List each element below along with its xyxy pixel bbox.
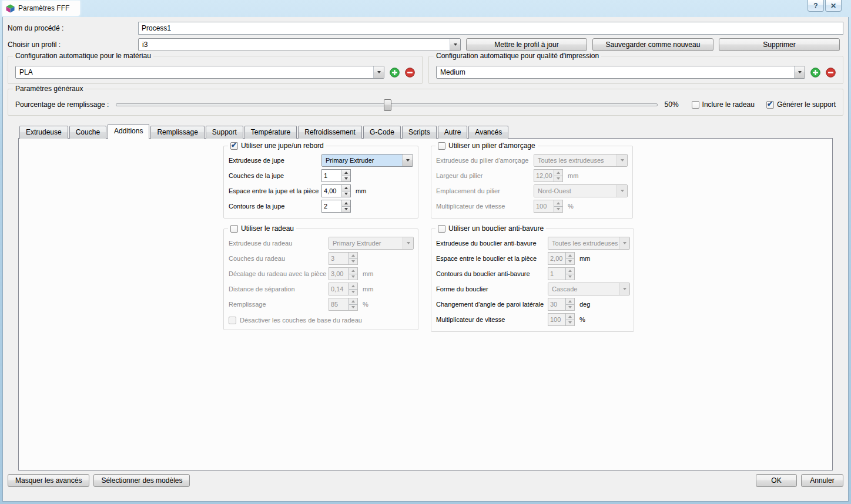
spinner-down-icon[interactable] [566,320,574,326]
spinner-down-icon[interactable] [349,290,357,295]
espace-entre-la-jupe-et-la-piece-spinner[interactable]: 4,00 [321,184,351,197]
save-as-new-button[interactable]: Sauvegarder comme nouveau [592,38,713,51]
spinner-up-icon[interactable] [566,253,574,259]
cancel-button[interactable]: Annuler [801,474,843,487]
spinner-up-icon[interactable] [342,170,350,176]
help-button[interactable]: ? [808,0,824,12]
spinner-down-icon[interactable] [342,176,350,182]
spinner-down-icon[interactable] [554,207,562,213]
tab-couche[interactable]: Couche [69,126,106,139]
prime-pillar-enable[interactable]: Utiliser un pilier d'amorçage [435,141,538,150]
spinner-buttons [554,200,562,212]
contours-du-bouclier-anti-bavure-spinner[interactable]: 1 [548,267,575,280]
extrudeuse-du-bouclier-anti-bavure-select[interactable]: Toutes les extrudeuses [548,237,630,250]
ok-button[interactable]: OK [756,474,797,487]
multiplicateur-de-vitesse-spinner[interactable]: 100 [548,313,575,326]
tab-temperature[interactable]: Température [244,126,297,139]
spinner-down-icon[interactable] [349,274,357,280]
tab-remplissage[interactable]: Remplissage [150,126,204,139]
spinner-up-icon[interactable] [566,314,574,320]
delete-profile-button[interactable]: Supprimer [719,38,840,51]
extrudeuse-du-radeau-select[interactable]: Primary Extruder [329,237,414,250]
spinner-up-icon[interactable] [566,268,574,274]
profile-select[interactable]: i3 [138,38,461,51]
title-bar[interactable]: Paramètres FFF ? ✕ [2,0,849,17]
remove-quality-button[interactable] [826,68,836,78]
spinner-up-icon[interactable] [342,185,350,191]
extrudeuse-du-pilier-d-amorcage-select[interactable]: Toutes les extrudeuses [534,154,628,167]
spinner-down-icon[interactable] [554,176,562,182]
spinner-up-icon[interactable] [349,298,357,305]
remove-material-button[interactable] [405,68,415,78]
spinner-down-icon[interactable] [566,305,574,311]
multiplicateur-de-vitesse-spinner[interactable]: 100 [534,200,563,213]
forme-du-bouclier-select[interactable]: Cascade [548,283,630,295]
emplacement-du-pilier-select[interactable]: Nord-Ouest [534,184,628,197]
changement-d-angle-de-paroi-laterale-spinner[interactable]: 30 [548,298,575,311]
desactiver-les-couches-de-base-du-radeau-checkbox[interactable] [229,317,236,324]
espace-entre-le-bouclier-et-la-piece-spinner[interactable]: 2,00 [548,252,575,265]
tab-additions[interactable]: Additions [108,124,149,139]
generate-support-checkbox[interactable] [766,101,774,109]
tab-scripts[interactable]: Scripts [402,126,437,139]
select-value: Medium [437,66,794,78]
spinner-down-icon[interactable] [349,259,357,265]
tab-extrudeuse[interactable]: Extrudeuse [19,126,68,139]
spinner-up-icon[interactable] [349,283,357,290]
skirt-enable[interactable]: Utiliser une jupe/un rebord [228,141,326,150]
spinner-up-icon[interactable] [342,200,350,207]
select-models-button[interactable]: Sélectionner des modèles [93,474,190,487]
setting-label: Changement d'angle de paroi latérale [436,301,544,308]
spinner-up-icon[interactable] [566,298,574,305]
infill-slider[interactable] [116,99,657,110]
raft-enable[interactable]: Utiliser le radeau [228,224,296,233]
spinner-value: 1 [548,268,565,280]
spinner-up-icon[interactable] [349,268,357,274]
prime-pillar-enable-checkbox[interactable] [438,142,445,150]
couches-du-radeau-spinner[interactable]: 3 [329,252,358,265]
spinner-down-icon[interactable] [342,207,350,213]
ooze-shield-enable-checkbox[interactable] [438,225,445,233]
close-button[interactable]: ✕ [825,0,842,12]
tab-autre[interactable]: Autre [438,126,468,139]
extrudeuse-de-jupe-select[interactable]: Primary Extruder [321,154,413,167]
process-name-input[interactable] [138,22,843,35]
contours-de-la-jupe-spinner[interactable]: 2 [321,200,351,213]
hide-advanced-button[interactable]: Masquer les avancés [8,474,89,487]
add-quality-button[interactable] [810,68,820,78]
largeur-du-pilier-spinner[interactable]: 12,00 [534,169,563,182]
tab-support[interactable]: Support [206,126,243,139]
spinner-down-icon[interactable] [349,305,357,311]
distance-de-separation-spinner[interactable]: 0,14 [329,283,358,295]
spinner-value: 3,00 [329,268,349,280]
generate-support-toggle[interactable]: Générer le support [766,100,836,109]
material-select[interactable]: PLA [15,66,384,79]
tab-g-code[interactable]: G-Code [363,126,401,139]
close-icon: ✕ [830,2,836,10]
tab-refroidissement[interactable]: Refroidissement [298,126,362,139]
include-raft-toggle[interactable]: Inclure le radeau [692,100,755,109]
raft-enable-checkbox[interactable] [230,225,238,233]
spinner-down-icon[interactable] [566,274,574,280]
skirt-enable-checkbox[interactable] [230,142,238,150]
remplissage-spinner[interactable]: 85 [329,298,358,311]
quality-select[interactable]: Medium [436,66,805,79]
couches-de-la-jupe-spinner[interactable]: 1 [321,169,351,182]
tab-bar: ExtrudeuseCoucheAdditionsRemplissageSupp… [18,124,833,139]
group-skirt: Utiliser une jupe/un rebordExtrudeuse de… [223,146,418,219]
spinner-up-icon[interactable] [554,200,562,207]
add-material-button[interactable] [390,68,400,78]
raft-extra-option[interactable]: Désactiver les couches de base du radeau [229,314,413,326]
infill-slider-thumb[interactable] [384,99,391,111]
chevron-down-icon [373,66,384,78]
spinner-down-icon[interactable] [342,191,350,197]
ooze-shield-enable[interactable]: Utiliser un bouclier anti-bavure [435,224,546,233]
spinner-down-icon[interactable] [566,259,574,265]
tab-avances[interactable]: Avancés [468,126,508,139]
spinner-up-icon[interactable] [349,253,357,259]
decalage-du-radeau-avec-la-piece-spinner[interactable]: 3,00 [329,267,358,280]
spinner-up-icon[interactable] [554,170,562,176]
setting-row: Contours de la jupe2 [229,199,413,214]
include-raft-checkbox[interactable] [692,101,699,109]
update-profile-button[interactable]: Mettre le profil à jour [466,38,587,51]
